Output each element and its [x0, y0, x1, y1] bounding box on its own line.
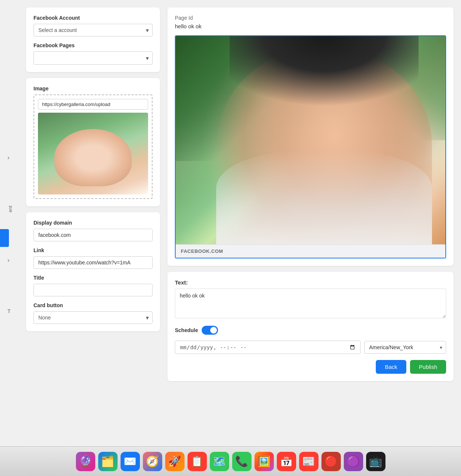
image-label: Image — [33, 86, 153, 91]
timezone-wrapper: America/New_York America/Los_Angeles UTC… — [364, 341, 446, 354]
page-id-label: Page Id — [175, 15, 446, 21]
fb-preview: FACEBOOK.COM — [175, 35, 446, 258]
link-label: Link — [33, 247, 153, 253]
left-panel: Facebook Account Select a account Facebo… — [26, 7, 160, 439]
image-thumbnail — [38, 113, 148, 194]
card-button-label: Card button — [33, 302, 153, 308]
edge-button[interactable] — [0, 229, 9, 247]
dock-app2[interactable]: 🟣 — [344, 452, 363, 471]
dock-phone[interactable]: 📞 — [232, 452, 252, 471]
card-button-select-wrapper: None Learn More Shop Now Sign Up Downloa… — [33, 311, 153, 324]
account-card: Facebook Account Select a account Facebo… — [26, 7, 160, 72]
dock: 🔮 🗂️ ✉️ 🧭 🚀 📋 🗺️ 📞 🖼️ 📅 📰 🔴 🟣 📺 — [0, 446, 461, 476]
dock-app1[interactable]: 🔴 — [321, 452, 341, 471]
image-card: Image — [26, 78, 160, 206]
sidebar-chevron-2[interactable]: › — [7, 257, 19, 264]
title-input[interactable] — [33, 284, 153, 296]
pages-select-wrapper — [33, 51, 153, 65]
account-select[interactable]: Select a account — [33, 24, 153, 36]
account-label: Facebook Account — [33, 15, 153, 21]
text-textarea[interactable]: hello ok ok — [175, 289, 446, 318]
schedule-label: Schedule — [175, 327, 198, 333]
dock-mail[interactable]: ✉️ — [121, 452, 140, 471]
dock-finder[interactable]: 🗂️ — [98, 452, 118, 471]
right-panel: Page Id hello ok ok FACEBOOK.COM — [167, 7, 454, 439]
schedule-toggle[interactable] — [202, 326, 218, 335]
pages-select[interactable] — [33, 51, 153, 65]
preview-card: Page Id hello ok ok FACEBOOK.COM — [167, 7, 454, 266]
sidebar-text-ent: ent — [7, 206, 19, 212]
dock-photos[interactable]: 🖼️ — [254, 452, 274, 471]
page-id-value: hello ok ok — [175, 23, 446, 29]
dock-reminders[interactable]: 📋 — [188, 452, 207, 471]
pages-label: Facebook Pages — [33, 42, 153, 48]
back-button[interactable]: Back — [376, 360, 406, 374]
title-label: Title — [33, 275, 153, 281]
dock-calendar[interactable]: 📅 — [277, 452, 296, 471]
publish-button[interactable]: Publish — [410, 360, 446, 374]
image-upload-area[interactable] — [33, 94, 153, 199]
fb-preview-image — [176, 36, 445, 244]
dock-launchpad[interactable]: 🚀 — [165, 452, 185, 471]
dock-news[interactable]: 📰 — [299, 452, 318, 471]
datetime-input[interactable] — [175, 341, 361, 354]
sidebar-chevron-1[interactable]: › — [7, 154, 19, 161]
dock-appletv[interactable]: 📺 — [366, 452, 385, 471]
bottom-card: Text: hello ok ok Schedule America/New_Y… — [167, 272, 454, 381]
card-button-select[interactable]: None Learn More Shop Now Sign Up Downloa… — [33, 311, 153, 324]
link-input[interactable] — [33, 256, 153, 269]
text-section-label: Text: — [175, 279, 446, 286]
fb-domain-strip: FACEBOOK.COM — [176, 244, 445, 258]
dock-siri[interactable]: 🔮 — [76, 452, 95, 471]
display-domain-card: Display domain Link Title Card button No… — [26, 212, 160, 331]
account-select-wrapper: Select a account — [33, 24, 153, 36]
action-row: Back Publish — [175, 360, 446, 374]
sidebar-text-t: T — [7, 308, 19, 314]
display-domain-input[interactable] — [33, 229, 153, 241]
dock-maps[interactable]: 🗺️ — [210, 452, 229, 471]
toggle-slider — [202, 326, 218, 335]
dock-browser[interactable]: 🧭 — [143, 452, 162, 471]
display-domain-label: Display domain — [33, 220, 153, 226]
image-url-input[interactable] — [38, 99, 148, 110]
timezone-select[interactable]: America/New_York America/Los_Angeles UTC… — [364, 341, 446, 354]
